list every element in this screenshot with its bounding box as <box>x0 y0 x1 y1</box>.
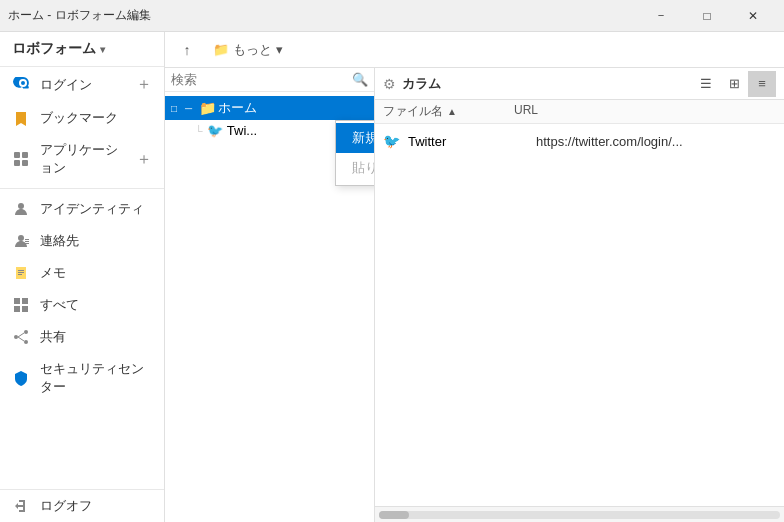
contact-icon <box>12 232 30 250</box>
bookmark-icon <box>12 109 30 127</box>
login-label: ログイン <box>40 76 126 94</box>
memo-icon <box>12 264 30 282</box>
svg-rect-8 <box>25 243 29 244</box>
more-label: もっと <box>233 41 272 59</box>
sidebar-item-app[interactable]: アプリケーション ＋ <box>0 134 164 184</box>
close-button[interactable]: ✕ <box>730 0 776 32</box>
sidebar-item-memo[interactable]: メモ <box>0 257 164 289</box>
logout-icon <box>12 497 30 515</box>
file-area: 🔍 □ ─ 📁 ホーム └ 🐦 Twi <box>165 68 784 522</box>
svg-rect-9 <box>18 270 24 271</box>
tree-node-home[interactable]: □ ─ 📁 ホーム <box>165 96 374 120</box>
share-icon <box>12 328 30 346</box>
svg-point-17 <box>24 340 28 344</box>
security-icon <box>12 369 30 387</box>
svg-rect-6 <box>25 239 29 240</box>
file-url: https://twitter.com/login/... <box>536 134 776 149</box>
app-add-icon[interactable]: ＋ <box>136 149 152 170</box>
svg-rect-15 <box>22 306 28 312</box>
svg-rect-3 <box>22 160 28 166</box>
share-label: 共有 <box>40 328 152 346</box>
svg-point-18 <box>14 335 18 339</box>
identity-icon <box>12 200 30 218</box>
title-bar-title: ホーム - ロボフォーム編集 <box>8 7 638 24</box>
sort-arrow-icon: ▲ <box>447 106 457 117</box>
twitter-node-label: Twi... <box>227 123 257 138</box>
svg-rect-11 <box>18 274 22 275</box>
file-name: Twitter <box>408 134 528 149</box>
collapse-icon: ─ <box>185 103 197 114</box>
svg-rect-7 <box>25 241 29 242</box>
login-add-icon[interactable]: ＋ <box>136 74 152 95</box>
scroll-track <box>379 511 780 519</box>
context-new-folder[interactable]: 新規フォルダ(F)... <box>336 123 374 153</box>
sidebar-dropdown-arrow: ▾ <box>100 44 105 55</box>
sidebar: ロボフォーム ▾ ログイン ＋ ブックマーク <box>0 32 165 522</box>
sidebar-item-share[interactable]: 共有 <box>0 321 164 353</box>
svg-rect-13 <box>22 298 28 304</box>
bottom-scrollbar[interactable] <box>375 506 784 522</box>
svg-line-19 <box>18 333 24 337</box>
list-panel: ⚙ カラム ☰ ⊞ ≡ ファイル名 ▲ URL <box>375 68 784 522</box>
toolbar: ↑ 📁 もっと ▾ <box>165 32 784 68</box>
sidebar-item-identity[interactable]: アイデンティティ <box>0 193 164 225</box>
svg-rect-14 <box>14 306 20 312</box>
sidebar-divider-1 <box>0 188 164 189</box>
sidebar-item-bookmark[interactable]: ブックマーク <box>0 102 164 134</box>
tree-panel: 🔍 □ ─ 📁 ホーム └ 🐦 Twi <box>165 68 375 522</box>
col-filename-header[interactable]: ファイル名 ▲ <box>383 103 514 120</box>
search-input[interactable] <box>171 72 348 87</box>
all-label: すべて <box>40 296 152 314</box>
svg-rect-10 <box>18 272 24 273</box>
sidebar-item-all[interactable]: すべて <box>0 289 164 321</box>
up-button[interactable]: ↑ <box>173 36 201 64</box>
sidebar-bottom: ログオフ <box>0 489 164 522</box>
twitter-file-icon: 🐦 <box>383 133 400 149</box>
column-header-title: カラム <box>402 75 441 93</box>
bookmark-label: ブックマーク <box>40 109 152 127</box>
column-headers: ファイル名 ▲ URL <box>375 100 784 124</box>
expand-icon: □ <box>171 103 183 114</box>
sidebar-header[interactable]: ロボフォーム ▾ <box>0 32 164 67</box>
view-detail-button[interactable]: ≡ <box>748 71 776 97</box>
app-icon <box>12 150 30 168</box>
new-folder-label: 新規フォルダ(F)... <box>352 129 374 147</box>
view-list-button[interactable]: ☰ <box>692 71 720 97</box>
sidebar-item-contact[interactable]: 連絡先 <box>0 225 164 257</box>
search-bar: 🔍 <box>165 68 374 92</box>
title-bar-controls: － □ ✕ <box>638 0 776 32</box>
sidebar-title: ロボフォーム <box>12 40 96 58</box>
svg-point-16 <box>24 330 28 334</box>
app-body: ロボフォーム ▾ ログイン ＋ ブックマーク <box>0 32 784 522</box>
svg-rect-12 <box>14 298 20 304</box>
tree-content: □ ─ 📁 ホーム └ 🐦 Twi... <box>165 92 374 522</box>
scroll-thumb[interactable] <box>379 511 409 519</box>
minimize-button[interactable]: － <box>638 0 684 32</box>
key-icon <box>12 76 30 94</box>
context-paste[interactable]: 貼り付け(P) <box>336 153 374 183</box>
svg-rect-2 <box>14 160 20 166</box>
sidebar-item-logout[interactable]: ログオフ <box>0 490 164 522</box>
col-url-header[interactable]: URL <box>514 103 776 120</box>
paste-label: 貼り付け(P) <box>352 159 374 177</box>
sidebar-item-login[interactable]: ログイン ＋ <box>0 67 164 102</box>
tree-line-icon: └ <box>195 125 203 137</box>
column-header-bar: ⚙ カラム ☰ ⊞ ≡ <box>375 68 784 100</box>
search-icon: 🔍 <box>352 72 368 87</box>
list-item[interactable]: 🐦 Twitter https://twitter.com/login/... <box>375 128 784 154</box>
sidebar-item-security[interactable]: セキュリティセンター <box>0 353 164 403</box>
maximize-button[interactable]: □ <box>684 0 730 32</box>
app-label: アプリケーション <box>40 141 126 177</box>
svg-rect-1 <box>22 152 28 158</box>
folder-more-button[interactable]: 📁 もっと ▾ <box>207 39 289 61</box>
folder-icon: 📁 <box>199 100 216 116</box>
contact-label: 連絡先 <box>40 232 152 250</box>
security-label: セキュリティセンター <box>40 360 152 396</box>
title-bar: ホーム - ロボフォーム編集 － □ ✕ <box>0 0 784 32</box>
view-icons: ☰ ⊞ ≡ <box>692 71 776 97</box>
all-icon <box>12 296 30 314</box>
view-grid-button[interactable]: ⊞ <box>720 71 748 97</box>
svg-line-20 <box>18 337 24 341</box>
twitter-icon: 🐦 <box>207 123 223 138</box>
home-node-label: ホーム <box>218 99 257 117</box>
